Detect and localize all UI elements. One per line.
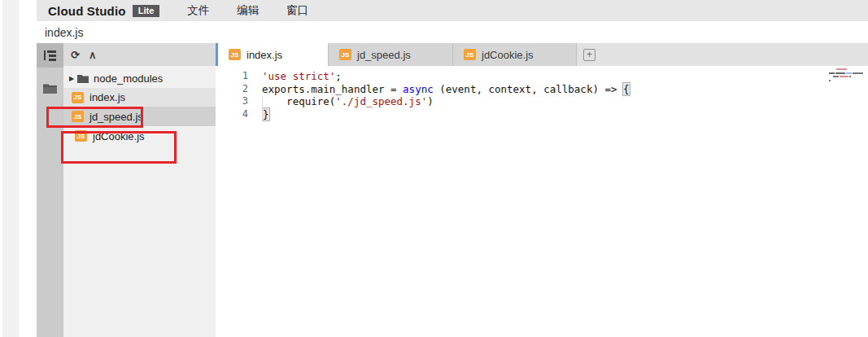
file-tree: ▶ node_modules JS index.js JS jd_speed.j… bbox=[63, 66, 216, 146]
line-number: 1 bbox=[216, 70, 248, 83]
tab-jd-speed-js[interactable]: JS jd_speed.js bbox=[328, 43, 452, 66]
new-tab-cell: + bbox=[576, 43, 623, 66]
tree-item-node-modules[interactable]: ▶ node_modules bbox=[63, 68, 216, 88]
code-line-1: 1 'use strict'; bbox=[216, 70, 868, 83]
tab-index-js[interactable]: JS index.js bbox=[216, 43, 328, 66]
page-left-gutter bbox=[2, 0, 19, 337]
code-content: 'use strict'; bbox=[248, 70, 342, 83]
code-token-close-brace: } bbox=[263, 108, 269, 120]
code-line-2: 2 exports.main_handler = async (event, c… bbox=[216, 83, 868, 96]
js-file-icon: JS bbox=[464, 49, 476, 60]
tree-item-label: node_modules bbox=[94, 72, 163, 85]
code-content: require('./jd_speed.js') bbox=[248, 95, 434, 108]
js-file-icon: JS bbox=[229, 49, 241, 60]
code-line-4: 4 } bbox=[216, 108, 868, 121]
code-token: 'use strict' bbox=[262, 70, 335, 82]
line-number: 3 bbox=[216, 95, 248, 108]
breadcrumb[interactable]: index.js bbox=[37, 21, 868, 43]
explorer-toolbar: ⟳ ∧ bbox=[63, 43, 216, 66]
app-logo: Cloud Studio bbox=[48, 4, 126, 18]
tab-label: jdCookie.js bbox=[482, 49, 534, 61]
code-line-3: 3 require('./jd_speed.js') bbox=[216, 95, 868, 108]
refresh-icon[interactable]: ⟳ bbox=[71, 50, 80, 60]
code-token: exports.main_handler = bbox=[262, 83, 403, 95]
menu-bar: Cloud Studio Lite 文件 编辑 窗口 bbox=[37, 0, 868, 21]
tab-label: index.js bbox=[246, 49, 282, 61]
indent-guide bbox=[262, 96, 263, 120]
expand-arrow-icon[interactable]: ▶ bbox=[69, 75, 77, 82]
activity-explorer-button[interactable] bbox=[37, 43, 63, 68]
code-token: './jd_speed.js' bbox=[335, 95, 427, 107]
activity-folder-button[interactable] bbox=[37, 76, 63, 100]
code-token-open-brace: { bbox=[623, 83, 630, 95]
menu-window[interactable]: 窗口 bbox=[286, 3, 308, 18]
menu-edit[interactable]: 编辑 bbox=[237, 3, 259, 18]
code-token: (event, context, callback) => bbox=[434, 83, 623, 95]
line-number: 2 bbox=[216, 83, 248, 96]
code-editor[interactable]: 1 'use strict'; 2 exports.main_handler =… bbox=[216, 66, 868, 337]
add-tab-icon[interactable]: + bbox=[583, 49, 595, 61]
code-content: exports.main_handler = async (event, con… bbox=[248, 83, 630, 96]
tree-item-label: jdCookie.js bbox=[93, 130, 145, 142]
js-file-icon: JS bbox=[339, 49, 351, 60]
minimap[interactable] bbox=[829, 68, 866, 83]
activity-bar bbox=[37, 43, 63, 337]
tree-item-jd-speed-js[interactable]: JS jd_speed.js bbox=[63, 107, 216, 126]
explorer-tree-icon bbox=[44, 50, 57, 61]
code-token: require( bbox=[262, 95, 335, 107]
menu-file[interactable]: 文件 bbox=[187, 3, 209, 18]
tab-bar: JS index.js JS jd_speed.js JS jdCookie.j… bbox=[216, 43, 868, 66]
js-file-icon: JS bbox=[75, 130, 87, 142]
main-area: ⟳ ∧ ▶ node_modules JS index.js bbox=[37, 43, 868, 337]
tree-item-jdcookie-js[interactable]: JS jdCookie.js bbox=[63, 126, 216, 146]
code-token: async bbox=[403, 83, 434, 95]
collapse-all-icon[interactable]: ∧ bbox=[89, 50, 97, 60]
code-token: ; bbox=[335, 70, 342, 82]
cloud-studio-window: { "colors": { "accent_blue": "#4a9cf8", … bbox=[0, 0, 868, 337]
code-content: } bbox=[248, 108, 269, 121]
js-file-icon: JS bbox=[72, 92, 84, 103]
file-explorer-panel: ⟳ ∧ ▶ node_modules JS index.js bbox=[63, 43, 216, 337]
editor-group: JS index.js JS jd_speed.js JS jdCookie.j… bbox=[216, 43, 868, 337]
folder-icon bbox=[77, 74, 89, 83]
line-number: 4 bbox=[216, 108, 248, 121]
tree-item-label: index.js bbox=[89, 91, 125, 103]
tree-item-label: jd_speed.js bbox=[89, 111, 143, 123]
lite-badge: Lite bbox=[133, 5, 160, 17]
cloud-studio-app: Cloud Studio Lite 文件 编辑 窗口 index.js bbox=[37, 0, 868, 337]
folder-icon bbox=[43, 83, 57, 94]
tab-jdcookie-js[interactable]: JS jdCookie.js bbox=[452, 43, 576, 66]
code-token: ) bbox=[427, 95, 434, 107]
minimap-line bbox=[829, 68, 866, 70]
minimap-line bbox=[829, 80, 866, 81]
tab-label: jd_speed.js bbox=[357, 49, 411, 61]
minimap-line bbox=[829, 72, 866, 74]
breadcrumb-file-label: index.js bbox=[45, 26, 83, 39]
js-file-icon: JS bbox=[72, 111, 84, 122]
tree-item-index-js[interactable]: JS index.js bbox=[63, 88, 216, 107]
minimap-line bbox=[829, 76, 866, 77]
